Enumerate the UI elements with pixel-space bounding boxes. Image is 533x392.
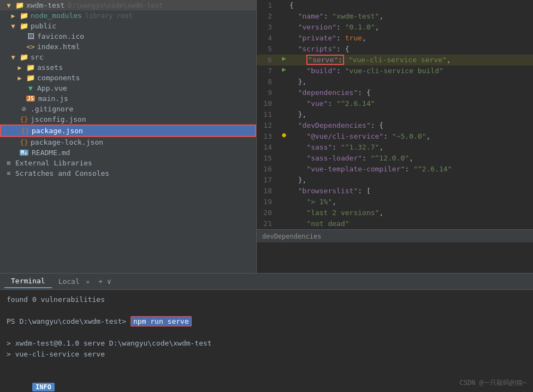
- root-path: D:\wangyu\code\xwdm-test: [68, 2, 162, 9]
- tree-item-index-html[interactable]: <> index.html: [0, 41, 256, 52]
- line-num-21: 21: [257, 218, 279, 229]
- tree-item-package-json[interactable]: {} package.json: [0, 124, 256, 137]
- csdn-watermark: CSDN @一只敲码的猫~: [459, 378, 526, 388]
- code-line-10: 10 "vue": "^2.6.14": [257, 98, 533, 109]
- components-folder-icon: 📁: [26, 74, 35, 82]
- line-num-7: 7: [257, 66, 279, 76]
- node-modules-folder-icon: 📁: [20, 11, 28, 20]
- tree-item-external-libraries[interactable]: ⊞ External Libraries: [0, 158, 256, 168]
- line-num-11: 11: [257, 109, 279, 120]
- dropdown-button[interactable]: ∨: [107, 277, 111, 286]
- terminal-line-xwdm: > xwdm-test@0.1.0 serve D:\wangyu\code\x…: [7, 338, 526, 349]
- code-line-5: 5 "scripts": {: [257, 44, 533, 55]
- line-num-15: 15: [257, 153, 279, 164]
- code-line-17: 17 },: [257, 175, 533, 186]
- tree-item-node-modules[interactable]: ▶ 📁 node_modules library root: [0, 10, 256, 21]
- line-num-17: 17: [257, 175, 279, 186]
- tab-local[interactable]: Local ✕: [52, 275, 97, 288]
- local-tab-close[interactable]: ✕: [86, 278, 90, 286]
- tree-item-gitignore[interactable]: ⊘ .gitignore: [0, 104, 256, 114]
- readme-label: README.md: [32, 149, 70, 157]
- local-tab-label: Local: [58, 277, 80, 286]
- code-line-4: 4 "private": true,: [257, 33, 533, 44]
- file-tree: ▼ 📁 xwdm-test D:\wangyu\code\xwdm-test ▶…: [0, 0, 257, 273]
- line-content-15: "sass-loader": "^12.0.0",: [289, 153, 529, 164]
- run-icon-6[interactable]: ▶: [282, 55, 286, 62]
- terminal-tabs: Terminal Local ✕ + ∨: [0, 274, 533, 290]
- serve-key-highlight: "serve":: [306, 55, 344, 65]
- gitignore-label: .gitignore: [31, 105, 73, 113]
- line-content-9: "dependencies": {: [289, 87, 529, 98]
- tree-item-root[interactable]: ▼ 📁 xwdm-test D:\wangyu\code\xwdm-test: [0, 0, 256, 10]
- npm-cmd-highlight: npm run serve: [131, 316, 192, 326]
- tree-item-readme[interactable]: M↓ README.md: [0, 147, 256, 158]
- run-icon-7[interactable]: ▶: [282, 66, 286, 73]
- line-content-19: "> 1%",: [289, 197, 529, 207]
- breadcrumb-bar: devDependencies: [257, 229, 533, 242]
- line-num-12: 12: [257, 120, 279, 131]
- line-content-1: {: [289, 0, 529, 11]
- tree-item-package-lock[interactable]: {} package-lock.json: [0, 137, 256, 147]
- line-content-3: "version": "0.1.0",: [289, 22, 529, 33]
- line-num-10: 10: [257, 98, 279, 109]
- gitignore-icon: ⊘: [20, 105, 28, 113]
- line-content-12: "devDependencies": {: [289, 120, 529, 131]
- components-label: components: [37, 74, 80, 82]
- line-content-10: "vue": "^2.6.14": [289, 98, 529, 109]
- line-content-8: },: [289, 76, 529, 87]
- code-line-1: 1 {: [257, 0, 533, 11]
- line-num-1: 1: [257, 0, 279, 11]
- gutter-6: ▶: [279, 55, 289, 62]
- line-num-19: 19: [257, 197, 279, 207]
- root-folder-icon: 📁: [15, 1, 24, 9]
- package-lock-icon: {}: [20, 138, 28, 146]
- line-num-9: 9: [257, 87, 279, 98]
- tree-item-main-js[interactable]: JS main.js: [0, 93, 256, 104]
- terminal-line-vuln: found 0 vulnerabilities: [7, 294, 526, 305]
- code-line-9: 9 "dependencies": {: [257, 87, 533, 98]
- tree-item-scratches[interactable]: ≡ Scratches and Consoles: [0, 168, 256, 179]
- line-num-2: 2: [257, 11, 279, 22]
- line-num-18: 18: [257, 186, 279, 197]
- node-modules-sublabel: library root: [85, 12, 133, 20]
- line-num-6: 6: [257, 55, 279, 66]
- line-content-18: "browserslist": [: [289, 186, 529, 197]
- tree-item-assets[interactable]: ▶ 📁 assets: [0, 62, 256, 73]
- tab-terminal[interactable]: Terminal: [4, 275, 52, 288]
- code-lines: 1 { 2 "name": "xwdm-test", 3 "version": …: [257, 0, 533, 229]
- code-editor[interactable]: 1 { 2 "name": "xwdm-test", 3 "version": …: [257, 0, 533, 273]
- tree-item-favicon[interactable]: 🖼 favicon.ico: [0, 31, 256, 41]
- node-modules-label: node_modules: [31, 11, 82, 20]
- terminal-line-vuecli: > vue-cli-service serve: [7, 349, 526, 360]
- tree-item-components[interactable]: ▶ 📁 components: [0, 73, 256, 83]
- code-line-15: 15 "sass-loader": "^12.0.0",: [257, 153, 533, 164]
- public-folder-arrow: ▼: [9, 22, 17, 30]
- code-line-7: 7 ▶ "build": "vue-cli-service build": [257, 66, 533, 76]
- info-badge: INFO: [32, 383, 55, 391]
- line-num-4: 4: [257, 33, 279, 44]
- line-num-20: 20: [257, 207, 279, 218]
- code-line-18: 18 "browserslist": [: [257, 186, 533, 197]
- public-label: public: [31, 22, 56, 30]
- line-content-20: "last 2 versions",: [289, 207, 529, 218]
- tree-item-src[interactable]: ▼ 📁 src: [0, 52, 256, 62]
- breadcrumb: devDependencies: [262, 233, 321, 240]
- tree-item-jsconfig[interactable]: {} jsconfig.json: [0, 114, 256, 124]
- terminal-content: found 0 vulnerabilities PS D:\wangyu\cod…: [0, 290, 533, 392]
- line-num-16: 16: [257, 164, 279, 175]
- line-num-14: 14: [257, 142, 279, 153]
- add-tab-button[interactable]: +: [98, 277, 103, 286]
- line-content-13: "@vue/cli-service": "~5.0.0",: [289, 131, 529, 142]
- folder-arrow-icon: ▶: [9, 12, 17, 20]
- package-lock-label: package-lock.json: [31, 138, 103, 146]
- line-content-6: "serve": "vue-cli-service serve",: [289, 55, 529, 66]
- assets-label: assets: [37, 63, 63, 72]
- tree-item-app-vue[interactable]: ▼ App.vue: [0, 83, 256, 93]
- tree-item-public[interactable]: ▼ 📁 public: [0, 21, 256, 31]
- terminal-panel: Terminal Local ✕ + ∨ found 0 vulnerabili…: [0, 273, 533, 392]
- js-icon: JS: [26, 96, 35, 102]
- vue-icon: ▼: [26, 84, 35, 92]
- package-json-icon: {}: [21, 127, 29, 135]
- gutter-7: ▶: [279, 66, 289, 73]
- main-js-label: main.js: [38, 94, 68, 103]
